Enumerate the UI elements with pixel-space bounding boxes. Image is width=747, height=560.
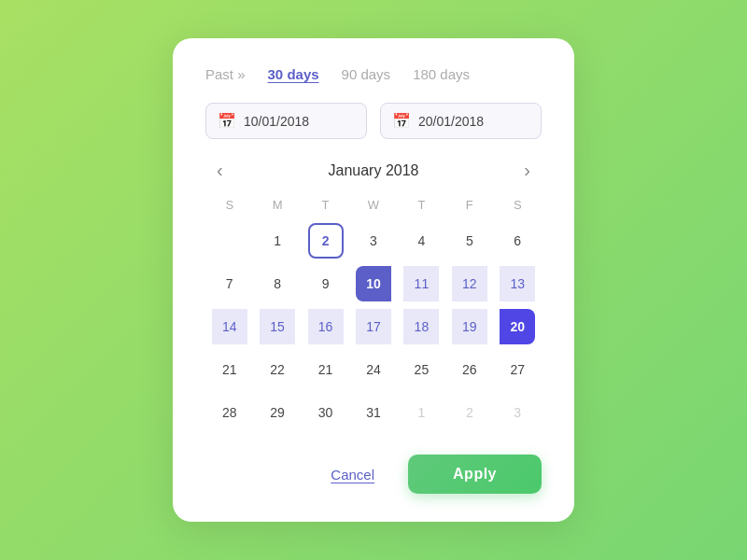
calendar-cell: 4 xyxy=(398,219,445,262)
calendar-cell: 25 xyxy=(398,348,445,391)
calendar-week-4: 28293031123 xyxy=(205,391,542,434)
calendar-cell: 26 xyxy=(445,348,493,391)
calendar-day-5[interactable]: 5 xyxy=(452,223,487,259)
end-date-value: 20/01/2018 xyxy=(418,114,484,129)
calendar-week-3: 21222124252627 xyxy=(205,348,542,391)
weekday-M: M xyxy=(253,194,301,219)
calendar-day-2[interactable]: 2 xyxy=(452,395,487,430)
calendar-cell: 15 xyxy=(253,305,301,348)
calendar-day-21[interactable]: 21 xyxy=(308,352,344,387)
calendar-cell: 7 xyxy=(205,262,253,305)
calendar-cell: 27 xyxy=(494,348,542,391)
calendar-day-1[interactable]: 1 xyxy=(260,223,295,259)
calendar-day-4[interactable]: 4 xyxy=(403,223,439,259)
calendar-cell: 18 xyxy=(398,305,445,348)
calendar-nav: ‹ January 2018 › xyxy=(205,158,542,183)
month-label: January 2018 xyxy=(329,162,419,179)
apply-button[interactable]: Apply xyxy=(408,455,542,494)
calendar-day-17[interactable]: 17 xyxy=(356,309,391,344)
weekday-W: W xyxy=(349,194,397,219)
weekday-T1: T xyxy=(302,194,349,219)
calendar-day-7[interactable]: 7 xyxy=(212,266,247,301)
calendar-icon-start: 📅 xyxy=(218,112,236,130)
calendar-cell: 10 xyxy=(349,262,397,305)
end-date-input[interactable]: 📅 20/01/2018 xyxy=(380,103,542,139)
weekday-header-row: S M T W T F S xyxy=(205,194,542,219)
quick-select-30[interactable]: 30 days xyxy=(268,66,319,82)
calendar-day-13[interactable]: 13 xyxy=(500,266,535,301)
calendar-week-2: 14151617181920 xyxy=(205,305,542,348)
quick-select-90[interactable]: 90 days xyxy=(342,66,391,82)
calendar-day-20[interactable]: 20 xyxy=(500,309,535,344)
calendar-day-27[interactable]: 27 xyxy=(500,352,535,387)
calendar-day-26[interactable]: 26 xyxy=(452,352,487,387)
weekday-S1: S xyxy=(205,194,253,219)
calendar-cell: 2 xyxy=(445,391,493,434)
calendar-cell: 16 xyxy=(302,305,349,348)
weekday-F: F xyxy=(445,194,493,219)
calendar-cell: 20 xyxy=(494,305,542,348)
calendar-cell: 1 xyxy=(253,219,301,262)
start-date-value: 10/01/2018 xyxy=(244,114,309,129)
quick-select-row: Past » 30 days 90 days 180 days xyxy=(205,66,542,82)
calendar-day-29[interactable]: 29 xyxy=(260,395,295,430)
calendar-cell: 8 xyxy=(253,262,301,305)
next-month-button[interactable]: › xyxy=(516,158,538,183)
calendar-cell: 28 xyxy=(205,391,253,434)
calendar-day-14[interactable]: 14 xyxy=(212,309,247,344)
calendar-day-22[interactable]: 22 xyxy=(260,352,295,387)
calendar-cell: 6 xyxy=(494,219,542,262)
calendar-icon-end: 📅 xyxy=(392,112,411,130)
calendar-cell: 17 xyxy=(349,305,397,348)
calendar-day-10[interactable]: 10 xyxy=(356,266,391,301)
quick-select-past-label: Past » xyxy=(205,66,246,82)
calendar-day-30[interactable]: 30 xyxy=(308,395,344,430)
calendar-cell: 5 xyxy=(445,219,493,262)
cancel-button[interactable]: Cancel xyxy=(319,459,386,490)
calendar-cell: 12 xyxy=(445,262,493,305)
weekday-S2: S xyxy=(494,194,542,219)
calendar-cell: 19 xyxy=(445,305,493,348)
calendar-cell: 13 xyxy=(494,262,542,305)
calendar-cell: 21 xyxy=(205,348,253,391)
calendar-week-1: 78910111213 xyxy=(205,262,542,305)
calendar-day-9[interactable]: 9 xyxy=(308,266,344,301)
weekday-T2: T xyxy=(398,194,445,219)
date-picker-card: Past » 30 days 90 days 180 days 📅 10/01/… xyxy=(173,38,574,522)
calendar-cell: 3 xyxy=(494,391,542,434)
calendar-day-18[interactable]: 18 xyxy=(403,309,439,344)
calendar-cell: 11 xyxy=(398,262,445,305)
calendar-day-3[interactable]: 3 xyxy=(500,395,535,430)
calendar-cell: 21 xyxy=(302,348,349,391)
action-row: Cancel Apply xyxy=(205,455,542,494)
calendar-cell: 3 xyxy=(349,219,397,262)
calendar-day-28[interactable]: 28 xyxy=(212,395,247,430)
calendar-cell: 24 xyxy=(349,348,397,391)
calendar-day-8[interactable]: 8 xyxy=(260,266,295,301)
start-date-input[interactable]: 📅 10/01/2018 xyxy=(205,103,367,139)
calendar-day-19[interactable]: 19 xyxy=(452,309,487,344)
calendar-day-2[interactable]: 2 xyxy=(308,223,344,259)
prev-month-button[interactable]: ‹ xyxy=(209,158,231,183)
calendar-day-12[interactable]: 12 xyxy=(452,266,487,301)
calendar-day-21[interactable]: 21 xyxy=(212,352,247,387)
calendar-day-15[interactable]: 15 xyxy=(260,309,295,344)
calendar-cell: 14 xyxy=(205,305,253,348)
calendar-day-16[interactable]: 16 xyxy=(308,309,344,344)
calendar-day-31[interactable]: 31 xyxy=(356,395,391,430)
calendar-grid: S M T W T F S 12345678910111213141516171… xyxy=(205,194,542,434)
calendar-day-24[interactable]: 24 xyxy=(356,352,391,387)
calendar-cell: 1 xyxy=(398,391,445,434)
calendar-cell: 22 xyxy=(253,348,301,391)
calendar-day-6[interactable]: 6 xyxy=(500,223,535,259)
calendar-cell: 31 xyxy=(349,391,397,434)
calendar-cell: 29 xyxy=(253,391,301,434)
calendar-day-11[interactable]: 11 xyxy=(403,266,439,301)
calendar-day-3[interactable]: 3 xyxy=(356,223,391,259)
calendar-week-0: 123456 xyxy=(205,219,542,262)
calendar-day-1[interactable]: 1 xyxy=(403,395,439,430)
quick-select-180[interactable]: 180 days xyxy=(413,66,470,82)
calendar-day-25[interactable]: 25 xyxy=(403,352,439,387)
calendar-cell: 2 xyxy=(302,219,349,262)
calendar-cell xyxy=(205,219,253,262)
